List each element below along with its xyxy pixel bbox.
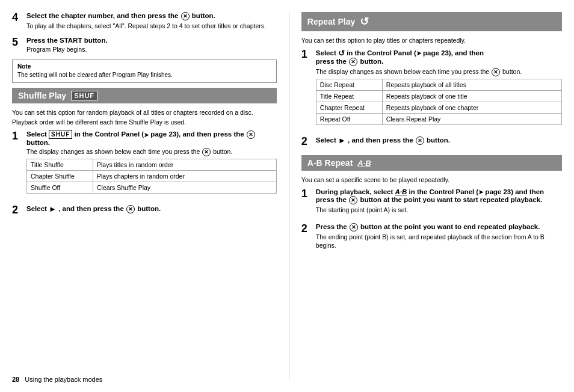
ab-step-2-end: button at the point you want to end repe… (360, 223, 540, 230)
shuffle-step-2-end: , and then press the (58, 205, 126, 212)
repeat-step-1-desc-end: button. (502, 68, 522, 75)
shuffle-row-label: Title Shuffle (27, 159, 93, 171)
repeat-step-2-pre: Select (316, 136, 338, 144)
step-4-number: 4 (12, 12, 23, 24)
left-column: 4 Select the chapter number, and then pr… (12, 12, 289, 380)
note-box: Note The setting will not be cleared aft… (12, 60, 277, 83)
shuffle-step-1-title-mid: in the Control Panel ( (75, 130, 144, 138)
shuffle-table-row: Title ShufflePlays titles in random orde… (27, 159, 277, 171)
shuffle-step-1-content: Select SHUF in the Control Panel (➤ page… (26, 130, 277, 198)
step-5-title: Press the START button. (26, 37, 277, 44)
shuffle-step-2-pre: Select (26, 205, 49, 212)
repeat-row-label: Chapter Repeat (316, 102, 382, 114)
circle-x-icon-ab2: ✕ (350, 223, 358, 231)
ab-header-subtitle: A·B (357, 159, 371, 168)
page-number: 28 (12, 376, 19, 383)
circle-x-icon-shuf2: ✕ (126, 205, 135, 213)
repeat-table: Disc RepeatRepeats playback of all title… (316, 79, 562, 125)
ab-label-inline: A·B (395, 188, 407, 195)
repeat-step-2-title: Select ► , and then press the ✕ button. (316, 136, 562, 145)
right-column: Repeat Play ↺ You can set this option to… (289, 12, 562, 380)
shuffle-row-label: Shuffle Off (27, 182, 93, 194)
shuffle-step-2: 2 Select ► , and then press the ✕ button… (12, 204, 277, 216)
play-arrow-icon-rep2: ► (338, 136, 346, 145)
ab-step-1-title: During playback, select A·B in the Contr… (316, 188, 562, 204)
shuffle-badge: SHUF (71, 91, 97, 100)
circle-x-icon-rep1: ✕ (349, 58, 357, 66)
shuffle-step-2-btn: button. (137, 205, 161, 212)
repeat-step-1-title: Select ↺ in the Control Panel (➤ page 23… (316, 49, 562, 66)
repeat-row-desc: Repeats playback of all titles (382, 79, 561, 91)
step-4-content: Select the chapter number, and then pres… (26, 12, 277, 33)
ab-step-1-mid: in the Control Panel ( (409, 188, 479, 195)
circle-x-icon-rep1b: ✕ (492, 68, 500, 76)
repeat-step-1-content: Select ↺ in the Control Panel (➤ page 23… (316, 49, 562, 130)
note-text: The setting will not be cleared after Pr… (17, 71, 271, 79)
step-4-title-end: button. (192, 12, 215, 19)
ab-step-2-desc: The ending point (point B) is set, and r… (316, 233, 562, 250)
ab-step-2-number: 2 (301, 223, 312, 235)
page-footer: 28 Using the playback modes (12, 376, 102, 383)
shuffle-play-header: Shuffle Play SHUF (12, 88, 277, 103)
repeat-step-1-desc-pre: The display changes as shown below each … (316, 68, 489, 75)
arrow-icon-ab1: ➤ (478, 189, 483, 196)
repeat-step-1-mid: in the Control Panel ( (347, 49, 416, 57)
repeat-table-row: Chapter RepeatRepeats playback of one ch… (316, 102, 561, 114)
ab-step-1-btn: button at the point you want to start re… (360, 196, 542, 203)
ab-step-1-desc: The starting point (point A) is set. (316, 206, 562, 215)
shuffle-step-1-page: page 23), and then press the (149, 130, 246, 138)
repeat-icon: ↺ (360, 15, 369, 28)
note-label: Note (17, 63, 271, 70)
step-5-desc: Program Play begins. (26, 45, 277, 54)
repeat-row-label: Title Repeat (316, 91, 382, 102)
repeat-step-2-btn: button. (427, 136, 450, 144)
ab-step-2-title: Press the ✕ button at the point you want… (316, 223, 562, 231)
shuffle-step-1: 1 Select SHUF in the Control Panel (➤ pa… (12, 130, 277, 198)
repeat-step-1: 1 Select ↺ in the Control Panel (➤ page … (301, 49, 562, 130)
shuffle-row-desc: Plays chapters in random order (93, 171, 277, 182)
shuffle-step-1-title: Select SHUF in the Control Panel (➤ page… (26, 130, 277, 146)
circle-x-icon-shuf1b: ✕ (202, 148, 211, 156)
shuffle-step-1-desc: The display changes as shown below each … (26, 147, 277, 156)
step-5-number: 5 (12, 37, 23, 49)
shuffle-table-row: Shuffle OffClears Shuffle Play (27, 182, 277, 194)
repeat-step-1-pre: Select (316, 49, 338, 57)
ab-header-title: A-B Repeat (307, 158, 353, 168)
shuffle-step-1-btn: button. (26, 139, 50, 146)
circle-x-icon-ab1: ✕ (349, 196, 357, 204)
ab-step-1-pre: During playback, select (316, 188, 395, 195)
shuffle-table: Title ShufflePlays titles in random orde… (26, 159, 277, 194)
ab-step-2: 2 Press the ✕ button at the point you wa… (301, 223, 562, 253)
repeat-step-2: 2 Select ► , and then press the ✕ button… (301, 136, 562, 148)
circle-x-icon-shuf1: ✕ (247, 130, 255, 139)
ab-para: You can set a specific scene to be playe… (301, 176, 562, 185)
repeat-row-label: Disc Repeat (316, 79, 382, 91)
repeat-para: You can set this option to play titles o… (301, 36, 562, 45)
shuffle-step-1-desc-end: button. (213, 148, 232, 155)
shuffle-row-desc: Plays titles in random order (93, 159, 277, 171)
play-arrow-icon-shuf2: ► (49, 204, 57, 213)
repeat-step-2-end: , and then press the (348, 136, 415, 144)
repeat-row-desc: Repeats playback of one chapter (382, 102, 561, 114)
repeat-header-title: Repeat Play (307, 17, 355, 26)
page-footer-text: Using the playback modes (25, 376, 102, 383)
step-5-content: Press the START button. Program Play beg… (26, 37, 277, 57)
repeat-step-2-number: 2 (301, 136, 312, 148)
circle-x-icon-rep2: ✕ (416, 136, 424, 145)
shuffle-step-1-number: 1 (12, 130, 23, 142)
repeat-table-row: Repeat OffClears Repeat Play (316, 114, 561, 125)
repeat-row-label: Repeat Off (316, 114, 382, 125)
shuffle-step-2-number: 2 (12, 204, 23, 216)
repeat-row-desc: Clears Repeat Play (382, 114, 561, 125)
arrow-icon-s1: ➤ (144, 131, 149, 138)
repeat-step-1-number: 1 (301, 49, 312, 61)
repeat-step-2-content: Select ► , and then press the ✕ button. (316, 136, 562, 146)
ab-step-2-pre: Press the (316, 223, 349, 230)
step-4-title: Select the chapter number, and then pres… (26, 12, 277, 20)
repeat-table-row: Title RepeatRepeats playback of one titl… (316, 91, 561, 102)
ab-step-2-content: Press the ✕ button at the point you want… (316, 223, 562, 253)
repeat-icon-inline: ↺ (338, 49, 345, 58)
step-4-desc: To play all the chapters, select "All". … (26, 22, 277, 31)
repeat-play-header: Repeat Play ↺ (301, 12, 562, 31)
arrow-icon-r1: ➤ (416, 50, 421, 57)
